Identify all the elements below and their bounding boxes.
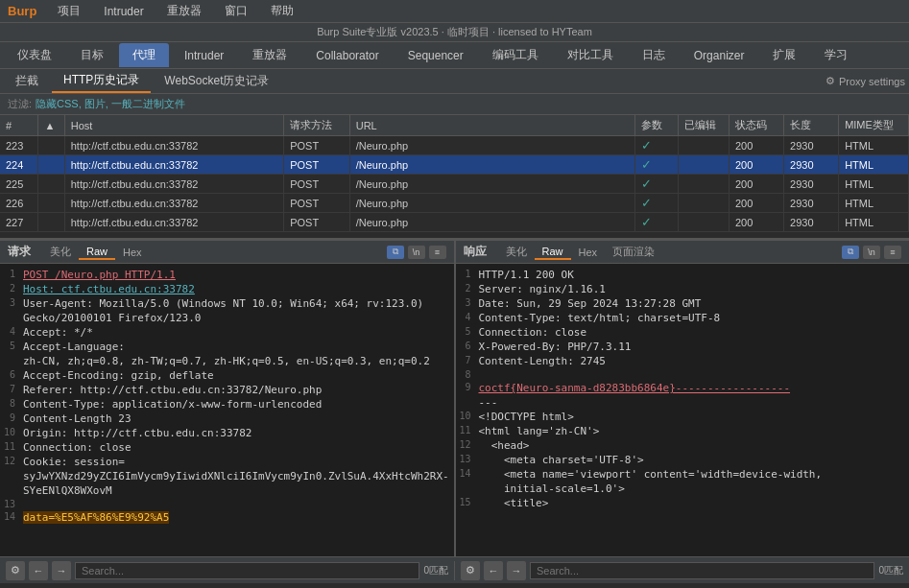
tab-intercept[interactable]: 拦截 (4, 70, 50, 92)
line-number: 10 (456, 411, 479, 423)
menu-repeater[interactable]: 重放器 (161, 1, 207, 21)
code-line: 5Connection: close (456, 325, 910, 340)
line-number: 11 (456, 425, 479, 437)
line-content: Content-Type: text/html; charset=UTF-8 (479, 312, 721, 324)
line-number: 14 (0, 511, 23, 524)
line-number (0, 312, 23, 324)
code-line: --- (456, 395, 910, 410)
code-line: 11Connection: close (0, 440, 454, 455)
line-content: POST /Neuro.php HTTP/1.1 (23, 269, 176, 281)
tab-sequencer[interactable]: Sequencer (395, 45, 477, 66)
tab-extensions[interactable]: 扩展 (759, 43, 809, 67)
response-tab-beautify[interactable]: 美化 (498, 244, 535, 260)
response-tab-raw[interactable]: Raw (535, 245, 571, 260)
code-line: 8 (456, 368, 910, 381)
tab-repeater[interactable]: 重放器 (239, 43, 300, 67)
response-icon-menu[interactable]: ≡ (884, 246, 901, 259)
request-tab-beautify[interactable]: 美化 (42, 244, 79, 260)
line-number: 5 (456, 326, 479, 339)
line-number (0, 484, 23, 497)
line-content: data=%E5%AF%86%E9%92%A5 (23, 511, 169, 524)
left-forward-btn[interactable]: → (52, 561, 71, 580)
right-back-btn[interactable]: ← (484, 561, 503, 580)
code-line: 14data=%E5%AF%86%E9%92%A5 (0, 510, 454, 525)
line-number: 4 (0, 326, 23, 339)
table-row[interactable]: 224 http://ctf.ctbu.edu.cn:33782 POST /N… (0, 155, 909, 175)
line-content: Content-Length: 2745 (479, 355, 606, 367)
line-number: 14 (456, 468, 479, 481)
tab-compare[interactable]: 对比工具 (554, 43, 627, 67)
tab-intruder[interactable]: Intruder (171, 45, 237, 66)
line-content: Connection: close (23, 441, 132, 454)
code-line: syJwYXNzd29yZCI6ImVycm9yIiwidXNlciI6ImVy… (0, 469, 454, 483)
tab-collaborator[interactable]: Collaborator (302, 45, 392, 66)
table-row[interactable]: 226 http://ctf.ctbu.edu.cn:33782 POST /N… (0, 194, 909, 213)
request-icon-copy[interactable]: ⧉ (387, 246, 404, 259)
request-icon-menu[interactable]: ≡ (429, 246, 446, 259)
col-mime[interactable]: MIME类型 (839, 115, 909, 136)
left-search-input[interactable] (75, 562, 419, 579)
code-line: 4Content-Type: text/html; charset=UTF-8 (456, 311, 910, 325)
table-row[interactable]: 227 http://ctf.ctbu.edu.cn:33782 POST /N… (0, 213, 909, 232)
tab-http-history[interactable]: HTTP历史记录 (52, 69, 151, 93)
filter-text[interactable]: 隐藏CSS, 图片, 一般二进制文件 (36, 97, 185, 111)
line-number: 11 (0, 441, 23, 454)
line-number: 13 (0, 499, 23, 509)
tab-learn[interactable]: 学习 (811, 43, 861, 67)
line-content: X-Powered-By: PHP/7.3.11 (479, 341, 632, 353)
filter-bar: 过滤: 隐藏CSS, 图片, 一般二进制文件 (0, 94, 909, 115)
line-number: 9 (456, 382, 479, 394)
tab-websocket-history[interactable]: WebSocket历史记录 (153, 70, 280, 92)
col-edited[interactable]: 已编辑 (679, 115, 730, 136)
left-settings-icon[interactable]: ⚙ (6, 561, 25, 580)
menu-window[interactable]: 窗口 (219, 1, 253, 21)
line-content: <title> (479, 497, 549, 509)
line-number (456, 482, 479, 495)
col-length[interactable]: 长度 (784, 115, 839, 136)
response-tab-hex[interactable]: Hex (571, 246, 606, 259)
request-tab-raw[interactable]: Raw (79, 245, 115, 260)
response-panel: 响应 美化 Raw Hex 页面渲染 ⧉ \n ≡ 1HTTP/1.1 200 … (455, 241, 910, 556)
request-icon-wrap[interactable]: \n (408, 246, 425, 259)
menu-project[interactable]: 项目 (52, 1, 86, 21)
line-number (0, 355, 23, 367)
proxy-settings-btn[interactable]: ⚙ Proxy settings (825, 75, 905, 87)
tab-organizer[interactable]: Organizer (681, 45, 758, 66)
left-back-btn[interactable]: ← (29, 561, 48, 580)
code-line: 8Content-Type: application/x-www-form-ur… (0, 397, 454, 412)
response-icon-copy[interactable]: ⧉ (842, 246, 859, 259)
table-row[interactable]: 225 http://ctf.ctbu.edu.cn:33782 POST /N… (0, 175, 909, 194)
right-forward-btn[interactable]: → (507, 561, 526, 580)
line-content: Content-Type: application/x-www-form-url… (23, 398, 322, 411)
http-history-table: # ▲ Host 请求方法 URL 参数 已编辑 状态码 长度 MIME类型 2… (0, 115, 909, 240)
col-id[interactable]: # (0, 115, 38, 136)
code-line: 13 <meta charset='UTF-8'> (456, 453, 910, 467)
tab-proxy[interactable]: 代理 (119, 43, 169, 67)
response-icon-wrap[interactable]: \n (863, 246, 880, 259)
col-params[interactable]: 参数 (634, 115, 679, 136)
line-number (0, 470, 23, 482)
request-tab-hex[interactable]: Hex (115, 246, 150, 259)
line-content: initial-scale=1.0'> (479, 482, 625, 495)
response-panel-header: 响应 美化 Raw Hex 页面渲染 ⧉ \n ≡ (456, 241, 910, 264)
tab-dashboard[interactable]: 仪表盘 (4, 43, 65, 67)
right-search-input[interactable] (530, 562, 874, 579)
tab-log[interactable]: 日志 (629, 43, 679, 67)
response-tab-render[interactable]: 页面渲染 (605, 244, 662, 260)
col-host[interactable]: Host (64, 115, 283, 136)
request-panel-icons: ⧉ \n ≡ (387, 246, 446, 259)
menu-intruder[interactable]: Intruder (98, 3, 149, 20)
menu-help[interactable]: 帮助 (265, 1, 299, 21)
col-status[interactable]: 状态码 (729, 115, 783, 136)
right-settings-icon[interactable]: ⚙ (461, 561, 480, 580)
col-sort[interactable]: ▲ (38, 115, 64, 136)
line-content: HTTP/1.1 200 OK (479, 269, 574, 281)
code-line: 2Server: nginx/1.16.1 (456, 282, 910, 296)
code-line: 2Host: ctf.ctbu.edu.cn:33782 (0, 282, 454, 296)
table-row[interactable]: 223 http://ctf.ctbu.edu.cn:33782 POST /N… (0, 136, 909, 155)
line-number: 2 (456, 283, 479, 295)
col-method[interactable]: 请求方法 (284, 115, 350, 136)
tab-target[interactable]: 目标 (67, 43, 117, 67)
col-url[interactable]: URL (349, 115, 634, 136)
tab-encoder[interactable]: 编码工具 (479, 43, 552, 67)
